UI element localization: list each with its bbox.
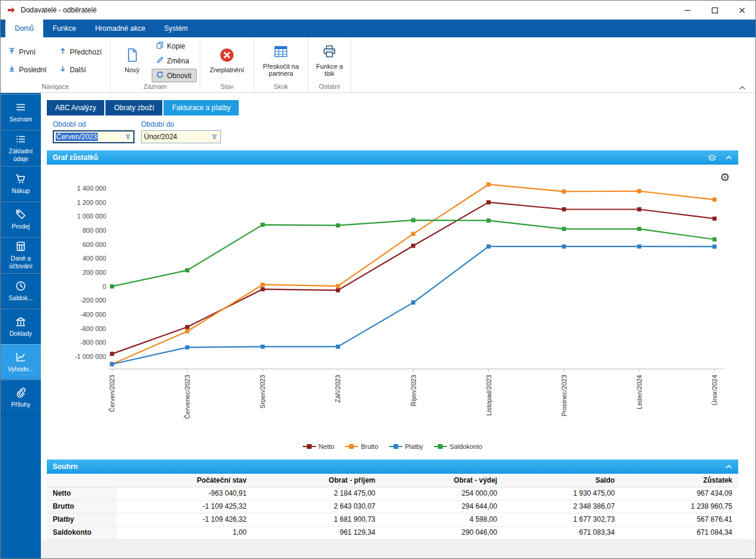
next-record-button[interactable]: Další [55,62,107,78]
new-record-button[interactable]: Nový [114,46,150,75]
period-to-combobox[interactable]: Únor/2024 [141,130,221,143]
summary-header-cell: Zůstatek [621,474,738,487]
list-icon [15,133,27,145]
ribbon-tab-system[interactable]: Systém [155,20,197,37]
ribbon-collapse-chevron[interactable] [739,85,746,90]
invalidate-button[interactable]: Zneplatnění [203,46,251,75]
period-filters: Období od Červen/2023 Období do Únor/202… [41,115,755,150]
window-title: Dodavatelé - odběratelé [21,6,674,14]
refresh-icon [156,70,164,81]
sidebar-item-seznam[interactable]: Seznam [1,94,41,130]
ribbon-tab-hromadne-akce[interactable]: Hromadné akce [85,20,155,37]
period-to-label: Období do [141,120,221,128]
main-area: Seznam Základní údaje Nákup Prodej Daně … [1,93,755,558]
table-row-netto: Netto -963 040,91 2 184 475,00 254 000,0… [47,487,738,500]
svg-text:Leden/2024: Leden/2024 [636,375,643,409]
previous-record-button[interactable]: Předchozí [55,44,107,60]
chart-icon [15,351,27,363]
svg-text:Září/2023: Září/2023 [334,375,341,403]
tab-obraty-zbozi[interactable]: Obraty zboží [105,100,162,115]
balance-chart: 1 400 0001 200 0001 000 000800 000600 00… [47,165,738,458]
ribbon-group-ostatni: Funkce a tisk Ostatní [308,37,351,92]
svg-text:Prosinec/2023: Prosinec/2023 [560,375,568,416]
summary-table: Počáteční stav Obrat - příjem Obrat - vý… [47,474,738,539]
paperclip-icon [15,387,27,399]
sidebar-item-dane-a-uctovani[interactable]: Daně a účtování [1,237,41,273]
window-controls [674,1,755,20]
copy-record-button[interactable]: Kopie [152,39,197,53]
ledger-icon [15,240,27,252]
collapse-summary-chevron[interactable] [725,464,732,469]
last-record-label: Poslední [19,66,47,74]
chart-panel: Graf zůstatků 1 400 0001 200 0001 000 00… [47,150,738,458]
row-name: Saldokonto [47,526,117,539]
cell-value: 1 677 302,73 [503,513,620,526]
new-record-label: Nový [124,66,139,74]
svg-text:-1 000 000: -1 000 000 [75,353,106,360]
ribbon-tab-domu[interactable]: Domů [5,20,43,37]
gear-icon[interactable]: ⚙ [720,172,730,183]
summary-panel-title: Souhrn [53,462,717,471]
copy-record-label: Kopie [167,42,185,50]
cell-value: -963 040,91 [117,487,252,500]
sidebar-item-saldokonto[interactable]: Saldok... [1,273,41,309]
sidebar-item-nakup[interactable]: Nákup [1,166,41,201]
svg-text:Únor/2024: Únor/2024 [711,375,718,405]
close-button[interactable] [728,1,755,20]
svg-text:Listopad/2023: Listopad/2023 [485,375,492,416]
functions-and-print-label: Funkce a tisk [312,63,347,78]
summary-panel: Souhrn Počáteční stav Obrat - příjem Obr… [47,460,738,539]
period-from-label: Období od [53,120,134,128]
sidebar-item-prodej[interactable]: Prodej [1,201,41,237]
jump-to-partner-label: Přeskočit na partnera [258,63,303,78]
titlebar: Dodavatelé - odběratelé [1,1,755,20]
cell-value: 290 046,00 [382,526,504,539]
row-name: Brutto [47,500,117,513]
jump-to-partner-button[interactable]: Přeskočit na partnera [257,42,305,79]
period-from-combobox[interactable]: Červen/2023 [53,130,134,143]
tab-fakturace-a-platby[interactable]: Fakturace a platby [164,100,239,115]
ribbon-tab-funkce[interactable]: Funkce [43,20,85,37]
collapse-chart-chevron[interactable] [725,155,732,160]
cell-value: 4 598,00 [382,513,504,526]
svg-text:-400 000: -400 000 [81,311,106,318]
row-name: Platby [47,513,117,526]
first-record-button[interactable]: První [4,44,52,60]
refresh-record-button[interactable]: Obnovit [152,69,197,82]
ribbon-group-zaznam: Nový Kopie Změna Obnovit [111,37,200,92]
arrow-down-to-bar-icon [8,65,16,75]
change-record-button[interactable]: Změna [152,54,197,68]
last-record-button[interactable]: Poslední [4,62,52,78]
svg-text:800 000: 800 000 [82,227,106,234]
cell-value: 2 643 030,07 [252,500,381,513]
svg-text:400 000: 400 000 [82,255,106,262]
sidebar-item-prilohy[interactable]: Přílohy [1,380,41,415]
row-name: Netto [47,487,117,500]
tab-abc-analyzy[interactable]: ABC Analýzy [47,100,104,115]
sidebar: Seznam Základní údaje Nákup Prodej Daně … [1,93,41,558]
sidebar-item-vyhodnoceni[interactable]: Vyhodn... [1,344,41,380]
maximize-button[interactable] [701,1,728,20]
chart-canvas: 1 400 0001 200 0001 000 000800 000600 00… [47,165,739,443]
cell-value: -1 109 425,32 [117,500,252,513]
group-label-zaznam: Záznam [114,82,197,92]
summary-header-cell: Obrat - příjem [252,474,381,487]
functions-and-print-button[interactable]: Funkce a tisk [311,42,348,79]
tag-icon [15,208,27,220]
cell-value: -1 109 426,32 [117,513,252,526]
svg-text:1 200 000: 1 200 000 [77,199,106,206]
cell-value: 2 348 386,07 [503,500,620,513]
minimize-button[interactable] [674,1,701,20]
sidebar-item-doklady[interactable]: Doklady [1,309,41,344]
cell-value: 2 184 475,00 [252,487,381,500]
chart-panel-header: Graf zůstatků [47,150,738,165]
period-from-value: Červen/2023 [56,133,122,141]
svg-text:1 400 000: 1 400 000 [77,185,106,192]
sidebar-item-zakladni-udaje[interactable]: Základní údaje [1,130,41,166]
cell-value: 1 930 475,00 [503,487,620,500]
table-grid-icon [273,44,289,61]
cell-value: 961 129,34 [252,526,381,539]
dropdown-arrow-icon[interactable] [209,131,220,143]
layers-icon[interactable] [707,154,717,162]
dropdown-arrow-icon[interactable] [122,131,134,143]
